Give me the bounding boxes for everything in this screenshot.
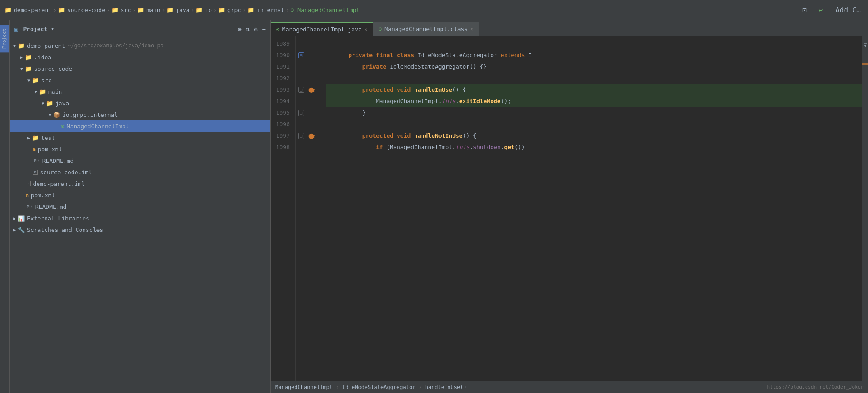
tree-item-ext-libs[interactable]: ▶ 📊 External Libraries <box>10 212 270 224</box>
breadcrumb-folder-icon-6: 📁 <box>218 7 225 13</box>
marker-1093: ⬤ ↑ <box>307 84 317 96</box>
gutter-1090: ⊟ <box>296 50 307 61</box>
code-view[interactable]: private final class IdleModeStateAggrega… <box>317 36 862 381</box>
code-line-1093: protected void handleInUse () { <box>326 84 862 96</box>
code-line-1089 <box>326 38 862 50</box>
kw-private-1091: private <box>362 61 387 73</box>
tab-java-close[interactable]: ✕ <box>365 27 368 32</box>
tree-label-idea: .idea <box>34 54 51 61</box>
tree-label-main: main <box>48 89 62 95</box>
fold-icon-1095[interactable]: ⊟ <box>298 110 304 116</box>
locate-file-icon[interactable]: ⊕ <box>238 26 241 33</box>
breadcrumb-main[interactable]: main <box>146 7 160 13</box>
breadcrumb-grpc[interactable]: grpc <box>227 7 241 13</box>
tree-arrow-scratches: ▶ <box>13 227 16 232</box>
tree-item-src[interactable]: ▼ 📁 src <box>10 74 270 86</box>
code-line-1092 <box>326 73 862 84</box>
breadcrumb-internal-label: internal <box>257 7 284 13</box>
breadcrumb-src[interactable]: src <box>121 7 131 13</box>
kw-class-1090: class <box>397 50 414 61</box>
settings-icon[interactable]: ⚙ <box>254 26 257 33</box>
kw-protected-1097: protected <box>362 130 393 142</box>
marker-column: ⬤ ↑ ⬤ ↑ <box>307 36 317 381</box>
breadcrumb-java-label: java <box>176 7 189 13</box>
tab-class[interactable]: ⊙ ManagedChannelImpl.class ✕ <box>373 22 479 36</box>
collapse-all-icon[interactable]: ⇅ <box>246 26 250 33</box>
fold-icon-1093[interactable]: ⊟ <box>298 87 304 93</box>
tree-arrow-src: ▼ <box>27 78 30 83</box>
project-dropdown-icon[interactable]: ▾ <box>51 26 54 32</box>
code-line-1094: ManagedChannelImpl . this . exitIdleMode… <box>326 96 862 107</box>
breadcrumb-io[interactable]: io <box>205 7 212 13</box>
code-line-1097: protected void handleNotInUse () { <box>326 130 862 142</box>
paren2-1098: ()) <box>515 142 525 153</box>
tab-class-close[interactable]: ✕ <box>470 26 473 32</box>
tab-class-label: ManagedChannelImpl.class <box>384 26 468 32</box>
code-line-1090: private final class IdleModeStateAggrega… <box>326 50 862 61</box>
expand-icon[interactable]: ⊡ <box>799 5 809 15</box>
scroll-marker-bar: Ie <box>862 36 868 381</box>
gutter-1097: ⊟ <box>296 130 307 142</box>
ext-lib-icon: 📊 <box>18 215 25 222</box>
dot-1098: . <box>452 142 456 153</box>
classname-1090: IdleModeStateAggregator <box>418 50 497 61</box>
tab-java[interactable]: ⊙ ManagedChannelImpl.java ✕ <box>271 22 373 36</box>
tree-label-package: io.grpc.internal <box>62 112 118 118</box>
tree-item-source-code-iml[interactable]: ⊡ source-code.iml <box>10 166 270 178</box>
tree-item-source-code[interactable]: ▼ 📁 source-code <box>10 63 270 74</box>
hide-panel-icon[interactable]: − <box>262 26 266 33</box>
marker-1098 <box>307 142 317 153</box>
code-line-1096 <box>326 119 862 130</box>
project-side-tab[interactable]: Project <box>0 25 9 52</box>
top-bar: 📁 demo-parent › 📁 source-code › 📁 src › … <box>0 0 868 20</box>
fold-icon-1090[interactable]: ⊟ <box>298 52 304 58</box>
tree-item-demo-parent[interactable]: ▼ 📁 demo-parent ~/go/src/examples/java/d… <box>10 40 270 51</box>
tree-item-scratches[interactable]: ▶ 🔧 Scratches and Consoles <box>10 224 270 235</box>
method-handleNotInUse-1097: handleNotInUse <box>414 130 463 142</box>
brace-close-1095: } <box>362 107 366 119</box>
breadcrumb-demo-parent[interactable]: demo-parent <box>14 7 52 13</box>
punct-1093: () { <box>452 84 466 96</box>
tree-arrow-test: ▶ <box>27 135 30 140</box>
code-line-1098: if ( ManagedChannelImpl . this . shutdow… <box>326 142 862 153</box>
project-tree: ▼ 📁 demo-parent ~/go/src/examples/java/d… <box>10 38 270 393</box>
line-number-1096: 1096 <box>271 119 295 130</box>
marker-1091 <box>307 61 317 73</box>
breadcrumb-java[interactable]: java <box>176 7 189 13</box>
tree-label-readme2: README.md <box>35 204 66 210</box>
kw-if-1098: if <box>376 142 383 153</box>
breadcrumb-class[interactable]: ⊙ ManagedChannelImpl <box>291 7 360 13</box>
line-number-1094: 1094 <box>271 96 295 107</box>
tree-item-test[interactable]: ▶ 📁 test <box>10 132 270 143</box>
arrow-icon-1093: ↑ <box>312 88 315 92</box>
gutter-1095: ⊟ <box>296 107 307 119</box>
tree-item-java[interactable]: ▼ 📁 java <box>10 97 270 109</box>
line-number-1092: 1092 <box>271 73 295 84</box>
tree-item-managed-channel-impl[interactable]: ⊙ ManagedChannelImpl <box>10 120 270 132</box>
tree-arrow-java: ▼ <box>42 101 44 106</box>
kw-private-1090: private <box>348 50 373 61</box>
tree-item-readme2[interactable]: MD README.md <box>10 201 270 212</box>
breadcrumb-source-code[interactable]: source-code <box>67 7 105 13</box>
gutter-1096 <box>296 119 307 130</box>
status-method: handleInUse() <box>425 384 467 390</box>
navigate-back-icon[interactable]: ↩ <box>816 5 826 15</box>
fold-icon-1097[interactable]: ⊟ <box>298 133 304 139</box>
tree-item-pom1[interactable]: m pom.xml <box>10 143 270 155</box>
breadcrumb-src-label: src <box>121 7 131 13</box>
status-breadcrumb: ManagedChannelImpl › IdleModeStateAggreg… <box>275 384 467 390</box>
tree-item-main[interactable]: ▼ 📁 main <box>10 86 270 97</box>
method-exit-1094: exitIdleMode <box>459 96 501 107</box>
tree-item-idea[interactable]: ▶ 📁 .idea <box>10 51 270 63</box>
tree-item-readme1[interactable]: MD README.md <box>10 155 270 166</box>
add-button[interactable]: Add C… <box>833 5 864 15</box>
tree-item-pom2[interactable]: m pom.xml <box>10 189 270 201</box>
tree-item-package[interactable]: ▼ 📦 io.grpc.internal <box>10 109 270 120</box>
gutter-1092 <box>296 73 307 84</box>
breadcrumb-class-label: ManagedChannelImpl <box>297 7 360 13</box>
tree-item-demo-parent-iml[interactable]: ⊡ demo-parent.iml <box>10 178 270 189</box>
folder-icon-test: 📁 <box>32 135 39 141</box>
breadcrumb-internal[interactable]: internal <box>257 7 284 13</box>
marker-1097: ⬤ ↑ <box>307 130 317 142</box>
folder-icon-source-code: 📁 <box>25 66 32 72</box>
